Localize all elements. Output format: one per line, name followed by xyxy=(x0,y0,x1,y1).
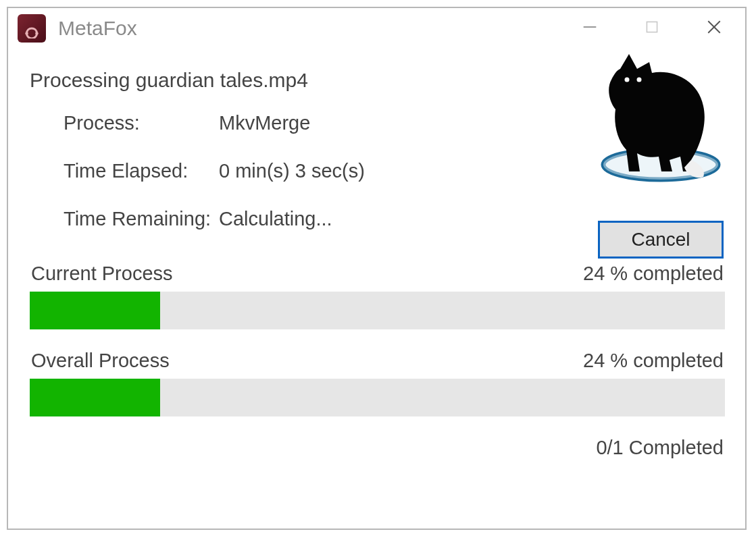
current-progress-percent: 24 % completed xyxy=(583,263,724,285)
window-controls xyxy=(559,8,745,49)
cancel-button[interactable]: Cancel xyxy=(598,221,724,259)
current-progress-bar xyxy=(30,292,725,329)
svg-point-1 xyxy=(35,32,39,35)
remaining-label: Time Remaining: xyxy=(64,208,219,230)
app-icon xyxy=(18,14,46,43)
current-progress-label: Current Process xyxy=(31,263,173,285)
maximize-button[interactable] xyxy=(621,8,683,46)
current-progress-section: Current Process 24 % completed xyxy=(30,263,725,329)
fox-logo-icon xyxy=(597,49,725,184)
app-title: MetaFox xyxy=(58,17,137,40)
svg-rect-3 xyxy=(647,22,657,32)
window: MetaFox xyxy=(7,7,747,530)
process-label: Process: xyxy=(64,112,219,134)
overall-progress-fill xyxy=(30,379,160,416)
remaining-value: Calculating... xyxy=(219,208,332,230)
svg-point-8 xyxy=(625,78,630,82)
overall-progress-section: Overall Process 24 % completed xyxy=(30,350,725,416)
overall-progress-bar xyxy=(30,379,725,416)
content-area: Processing guardian tales.mp4 Process: M… xyxy=(8,49,745,459)
overall-progress-header: Overall Process 24 % completed xyxy=(30,350,725,372)
overall-progress-label: Overall Process xyxy=(31,350,170,372)
current-progress-header: Current Process 24 % completed xyxy=(30,263,725,285)
elapsed-value: 0 min(s) 3 sec(s) xyxy=(219,160,365,182)
svg-point-9 xyxy=(637,78,642,82)
svg-point-0 xyxy=(25,32,28,35)
completed-count: 0/1 Completed xyxy=(30,437,725,459)
process-value: MkvMerge xyxy=(219,112,310,134)
current-progress-fill xyxy=(30,292,160,329)
titlebar: MetaFox xyxy=(8,8,745,49)
close-button[interactable] xyxy=(683,8,745,46)
elapsed-label: Time Elapsed: xyxy=(64,160,219,182)
minimize-button[interactable] xyxy=(559,8,621,46)
overall-progress-percent: 24 % completed xyxy=(583,350,724,372)
